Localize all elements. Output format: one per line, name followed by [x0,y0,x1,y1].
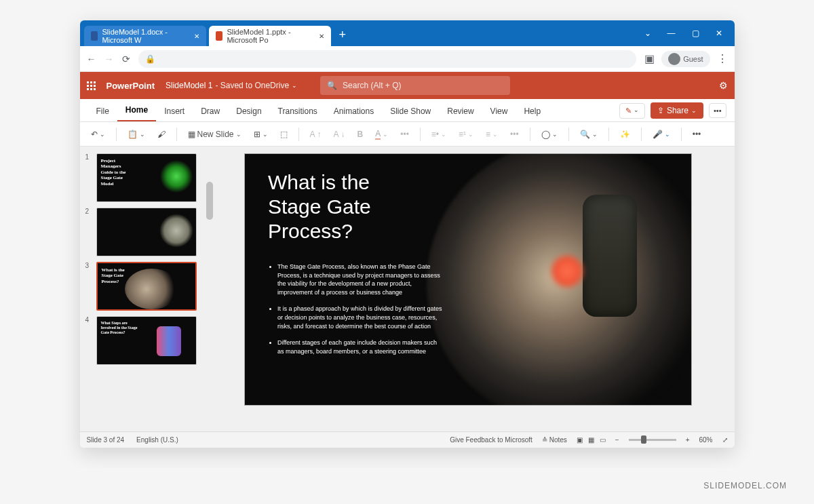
zoom-slider[interactable] [629,439,676,441]
bullet-item: Different stages of each gate include de… [277,338,444,355]
ribbon-more-button[interactable]: ••• [690,128,704,140]
slide-thumbnail-1[interactable]: Project Managers Guide to the Stage Gate… [96,153,197,202]
forward-icon[interactable]: → [104,54,114,64]
undo-button[interactable]: ↶ ⌄ [88,128,108,140]
document-title[interactable]: SlideModel 1 - Saved to OneDrive ⌄ [166,81,297,90]
tab-label: SlideModel 1.pptx - Microsoft Po [227,28,310,44]
titlebar: SlideModel 1.docx - Microsoft W ✕ SlideM… [80,20,735,46]
slide-bullets[interactable]: The Stage Gate Process, also known as th… [268,263,444,364]
extension-icon[interactable]: ▣ [644,52,655,65]
browser-window: SlideModel 1.docx - Microsoft W ✕ SlideM… [80,20,735,448]
dictate-button[interactable]: 🎤 ⌄ [650,128,673,140]
tab-slideshow[interactable]: Slide Show [382,101,439,121]
slide-graphic-window [583,195,637,317]
zoom-level[interactable]: 60% [699,436,712,444]
designer-button[interactable]: ✨ [617,128,633,140]
search-input[interactable]: 🔍 Search (Alt + Q) [320,76,510,95]
header-right: ⚙ [719,80,728,91]
addr-right: ▣ Guest ⋮ [644,51,727,67]
tab-file[interactable]: File [88,101,117,121]
feedback-link[interactable]: Give Feedback to Microsoft [450,436,532,444]
language-indicator[interactable]: English (U.S.) [136,436,178,444]
thumb-visual [159,214,193,248]
powerpoint-icon [216,31,223,41]
editing-mode-button[interactable]: ✎⌄ [619,103,645,119]
ribbon-tabs: File Home Insert Draw Design Transitions… [80,99,735,122]
slide-counter[interactable]: Slide 3 of 24 [87,436,125,444]
tab-transitions[interactable]: Transitions [270,101,326,121]
notes-toggle[interactable]: ≙ Notes [542,436,567,444]
slide-thumbnail-3[interactable]: What is the Stage Gate Process? [96,262,197,311]
pen-icon: ✎ [625,106,632,115]
word-icon [91,31,98,41]
new-tab-button[interactable]: + [339,28,347,42]
font-shrink-button[interactable]: A↓ [331,128,348,140]
format-painter-button[interactable]: 🖌 [155,128,168,140]
zoom-out-button[interactable]: − [615,436,619,444]
bullet-item: It is a phased approach by which is divi… [277,305,444,330]
bullet-item: The Stage Gate Process, also known as th… [277,263,444,296]
font-grow-button[interactable]: A↑ [307,128,324,140]
close-window-icon[interactable]: ✕ [716,28,722,38]
status-bar: Slide 3 of 24 English (U.S.) Give Feedba… [80,431,735,448]
share-button[interactable]: ⇪Share⌄ [651,102,703,119]
numbering-button[interactable]: ≡¹ ⌄ [456,128,476,140]
tab-home[interactable]: Home [117,100,156,121]
font-color-button[interactable]: A ⌄ [372,128,391,141]
new-slide-button[interactable]: ▦ New Slide ⌄ [185,128,244,140]
find-button[interactable]: 🔍 ⌄ [577,128,600,140]
para-more-button[interactable]: ••• [507,128,522,140]
sorter-view-icon[interactable]: ▦ [588,436,594,444]
tab-animations[interactable]: Animations [326,101,382,121]
browser-tab-powerpoint[interactable]: SlideModel 1.pptx - Microsoft Po ✕ [209,26,331,46]
slide-graphic-light [551,256,583,287]
maximize-icon[interactable]: ▢ [692,28,699,38]
thumb-row: 1 Project Managers Guide to the Stage Ga… [81,151,201,205]
bold-button[interactable]: B [355,128,366,140]
normal-view-icon[interactable]: ▣ [577,436,583,444]
layout-button[interactable]: ⊞ ⌄ [251,128,271,140]
tab-insert[interactable]: Insert [156,101,193,121]
search-icon: 🔍 [327,81,337,90]
tab-help[interactable]: Help [516,101,549,121]
back-icon[interactable]: ← [87,54,96,64]
tab-design[interactable]: Design [228,101,269,121]
chevron-down-icon: ⌄ [292,82,297,89]
shapes-button[interactable]: ◯ ⌄ [539,128,560,140]
guest-profile[interactable]: Guest [661,51,710,67]
reload-icon[interactable]: ⟳ [122,54,130,64]
thumb-visual [125,269,179,309]
app-name: PowerPoint [106,81,155,91]
close-icon[interactable]: ✕ [319,33,324,40]
bullets-button[interactable]: ≡• ⌄ [429,128,449,140]
browser-tab-word[interactable]: SlideModel 1.docx - Microsoft W ✕ [84,26,206,46]
app-launcher-icon[interactable] [87,81,96,90]
lock-icon: 🔒 [145,54,155,64]
minimize-icon[interactable]: — [667,28,676,38]
slide-thumbnail-4[interactable]: What Steps are Involved in the Stage Gat… [96,316,197,365]
tab-review[interactable]: Review [439,101,482,121]
more-button[interactable]: ••• [709,103,726,118]
fit-to-window-icon[interactable]: ⤢ [722,436,728,444]
share-icon: ⇪ [657,106,664,115]
url-input[interactable]: 🔒 [138,50,637,68]
slide-editor: What is theStage GateProcess? The Stage … [202,147,735,431]
slide-title[interactable]: What is theStage GateProcess? [268,170,371,244]
zoom-slider-thumb[interactable] [641,435,646,444]
zoom-in-button[interactable]: + [686,436,690,444]
current-slide[interactable]: What is theStage GateProcess? The Stage … [244,153,692,406]
font-more-button[interactable]: ••• [398,128,412,140]
chevron-down-icon[interactable]: ⌄ [644,28,651,38]
close-icon[interactable]: ✕ [194,33,199,40]
hide-slide-button[interactable]: ⬚ [277,128,290,140]
menu-icon[interactable]: ⋮ [717,52,728,65]
align-button[interactable]: ≡ ⌄ [483,128,501,140]
tab-view[interactable]: View [482,101,516,121]
thumb-number: 1 [85,153,92,202]
paste-button[interactable]: 📋 ⌄ [125,128,148,140]
gear-icon[interactable]: ⚙ [719,80,728,91]
slide-thumbnail-2[interactable] [96,208,197,256]
tab-draw[interactable]: Draw [193,101,228,121]
avatar-icon [668,53,680,65]
slideshow-view-icon[interactable]: ▭ [600,436,606,444]
